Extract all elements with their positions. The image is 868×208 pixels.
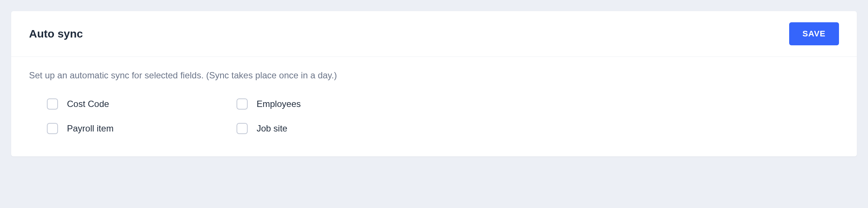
- checkbox-item-payroll-item: Payroll item: [47, 123, 237, 134]
- card-body: Set up an automatic sync for selected fi…: [11, 57, 857, 156]
- checkbox-label-employees[interactable]: Employees: [257, 99, 301, 109]
- checkbox-cost-code[interactable]: [47, 98, 58, 110]
- card-header: Auto sync SAVE: [11, 11, 857, 57]
- checkbox-item-cost-code: Cost Code: [47, 98, 237, 110]
- checkbox-label-job-site[interactable]: Job site: [257, 123, 287, 134]
- description-text: Set up an automatic sync for selected fi…: [29, 70, 839, 81]
- checkbox-item-job-site: Job site: [237, 123, 426, 134]
- checkbox-grid: Cost Code Employees Payroll item Job sit…: [29, 98, 839, 134]
- save-button[interactable]: SAVE: [789, 22, 839, 45]
- auto-sync-card: Auto sync SAVE Set up an automatic sync …: [11, 11, 857, 156]
- checkbox-item-employees: Employees: [237, 98, 426, 110]
- checkbox-label-payroll-item[interactable]: Payroll item: [67, 123, 113, 134]
- checkbox-employees[interactable]: [237, 98, 248, 110]
- checkbox-job-site[interactable]: [237, 123, 248, 134]
- checkbox-label-cost-code[interactable]: Cost Code: [67, 99, 109, 109]
- card-title: Auto sync: [29, 27, 83, 40]
- checkbox-payroll-item[interactable]: [47, 123, 58, 134]
